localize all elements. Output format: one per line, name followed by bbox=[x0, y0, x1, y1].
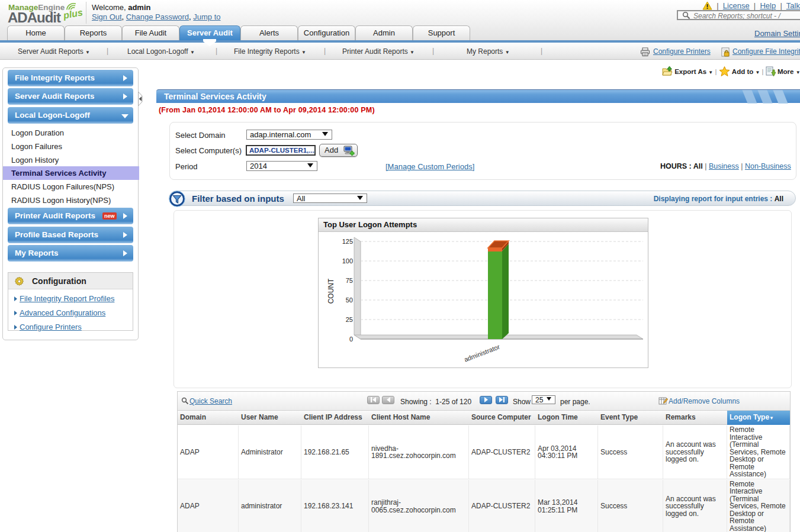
svg-text:125: 125 bbox=[342, 238, 353, 245]
svg-text:0: 0 bbox=[349, 336, 353, 343]
svg-text:administrator: administrator bbox=[463, 343, 501, 363]
svg-text:25: 25 bbox=[346, 316, 353, 323]
svg-text:100: 100 bbox=[342, 257, 353, 265]
svg-text:75: 75 bbox=[346, 277, 353, 284]
svg-text:50: 50 bbox=[346, 296, 353, 304]
svg-text:COUNT: COUNT bbox=[327, 278, 335, 304]
